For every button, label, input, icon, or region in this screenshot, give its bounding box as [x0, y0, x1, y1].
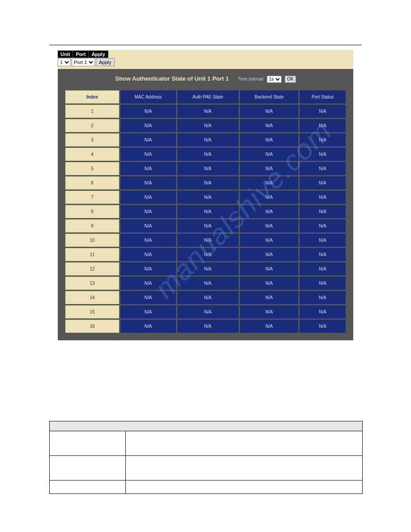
pae-cell: N/A [177, 291, 239, 304]
backend-cell: N/A [240, 205, 299, 218]
status-cell: N/A [300, 219, 346, 232]
mac-cell: N/A [120, 191, 176, 204]
status-cell: N/A [300, 105, 346, 118]
apply-label: Apply [89, 51, 108, 58]
table-row: 4N/AN/AN/AN/A [65, 148, 346, 161]
desc-cell-3b [126, 480, 363, 493]
description-table [49, 421, 363, 494]
mac-cell: N/A [120, 291, 176, 304]
pae-cell: N/A [177, 219, 239, 232]
port-label: Port [73, 51, 89, 58]
pae-cell: N/A [177, 191, 239, 204]
status-cell: N/A [300, 248, 346, 261]
table-row: 11N/AN/AN/AN/A [65, 248, 346, 261]
content-area: Show Authenticator State of Unit 1 Port … [58, 69, 353, 340]
desc-header [50, 421, 363, 431]
table-row: 12N/AN/AN/AN/A [65, 262, 346, 275]
status-cell: N/A [300, 291, 346, 304]
col-backend: Backend State [240, 90, 299, 103]
pae-cell: N/A [177, 105, 239, 118]
unit-select[interactable]: 1 [58, 58, 71, 66]
page-title: Show Authenticator State of Unit 1 Port … [115, 75, 229, 82]
index-cell: 16 [65, 320, 119, 333]
table-row: 6N/AN/AN/AN/A [65, 176, 346, 189]
backend-cell: N/A [240, 119, 299, 132]
pae-cell: N/A [177, 176, 239, 189]
mac-cell: N/A [120, 219, 176, 232]
backend-cell: N/A [240, 191, 299, 204]
col-mac: MAC Address [120, 90, 176, 103]
table-row: 13N/AN/AN/AN/A [65, 277, 346, 290]
backend-cell: N/A [240, 291, 299, 304]
mac-cell: N/A [120, 277, 176, 290]
mac-cell: N/A [120, 105, 176, 118]
desc-cell-3a [50, 480, 126, 493]
backend-cell: N/A [240, 162, 299, 175]
status-cell: N/A [300, 277, 346, 290]
table-row: 14N/AN/AN/AN/A [65, 291, 346, 304]
backend-cell: N/A [240, 305, 299, 318]
backend-cell: N/A [240, 148, 299, 161]
auth-table: Index MAC Address Auth PAE State Backend… [64, 89, 347, 334]
table-row: 3N/AN/AN/AN/A [65, 133, 346, 146]
pae-cell: N/A [177, 320, 239, 333]
index-cell: 3 [65, 133, 119, 146]
col-status: Port Status [300, 90, 346, 103]
index-cell: 6 [65, 176, 119, 189]
pae-cell: N/A [177, 248, 239, 261]
desc-cell-1b [126, 431, 363, 455]
status-cell: N/A [300, 205, 346, 218]
index-cell: 11 [65, 248, 119, 261]
status-cell: N/A [300, 234, 346, 247]
index-cell: 10 [65, 234, 119, 247]
pae-cell: N/A [177, 162, 239, 175]
table-row: 5N/AN/AN/AN/A [65, 162, 346, 175]
index-cell: 9 [65, 219, 119, 232]
interval-select[interactable]: 1s [267, 76, 282, 83]
status-cell: N/A [300, 119, 346, 132]
ok-button[interactable]: OK [285, 76, 295, 83]
interval-label: Time Interval [238, 77, 263, 82]
status-cell: N/A [300, 148, 346, 161]
table-row: 2N/AN/AN/AN/A [65, 119, 346, 132]
status-cell: N/A [300, 162, 346, 175]
index-cell: 13 [65, 277, 119, 290]
backend-cell: N/A [240, 176, 299, 189]
status-cell: N/A [300, 176, 346, 189]
col-index: Index [65, 90, 119, 103]
status-cell: N/A [300, 305, 346, 318]
status-cell: N/A [300, 320, 346, 333]
pae-cell: N/A [177, 262, 239, 275]
port-select[interactable]: Port 1 [72, 58, 95, 66]
backend-cell: N/A [240, 320, 299, 333]
apply-button[interactable]: Apply [96, 58, 115, 66]
index-cell: 5 [65, 162, 119, 175]
index-cell: 7 [65, 191, 119, 204]
page-divider [49, 45, 362, 45]
mac-cell: N/A [120, 176, 176, 189]
table-row: 10N/AN/AN/AN/A [65, 234, 346, 247]
pae-cell: N/A [177, 234, 239, 247]
desc-cell-1a [50, 431, 126, 455]
index-cell: 12 [65, 262, 119, 275]
desc-cell-2a [50, 455, 126, 480]
table-row: 9N/AN/AN/AN/A [65, 219, 346, 232]
index-cell: 15 [65, 305, 119, 318]
pae-cell: N/A [177, 119, 239, 132]
pae-cell: N/A [177, 305, 239, 318]
desc-cell-2b [126, 455, 363, 480]
mac-cell: N/A [120, 162, 176, 175]
mac-cell: N/A [120, 234, 176, 247]
status-cell: N/A [300, 133, 346, 146]
controls-bar: Unit Port Apply 1 Port 1 Apply [58, 50, 353, 69]
screenshot-panel: manualshive.com Unit Port Apply 1 Port 1… [58, 50, 353, 340]
mac-cell: N/A [120, 262, 176, 275]
table-row: 16N/AN/AN/AN/A [65, 320, 346, 333]
mac-cell: N/A [120, 148, 176, 161]
table-row: 8N/AN/AN/AN/A [65, 205, 346, 218]
pae-cell: N/A [177, 148, 239, 161]
index-cell: 14 [65, 291, 119, 304]
backend-cell: N/A [240, 219, 299, 232]
pae-cell: N/A [177, 205, 239, 218]
table-row: 1N/AN/AN/AN/A [65, 105, 346, 118]
